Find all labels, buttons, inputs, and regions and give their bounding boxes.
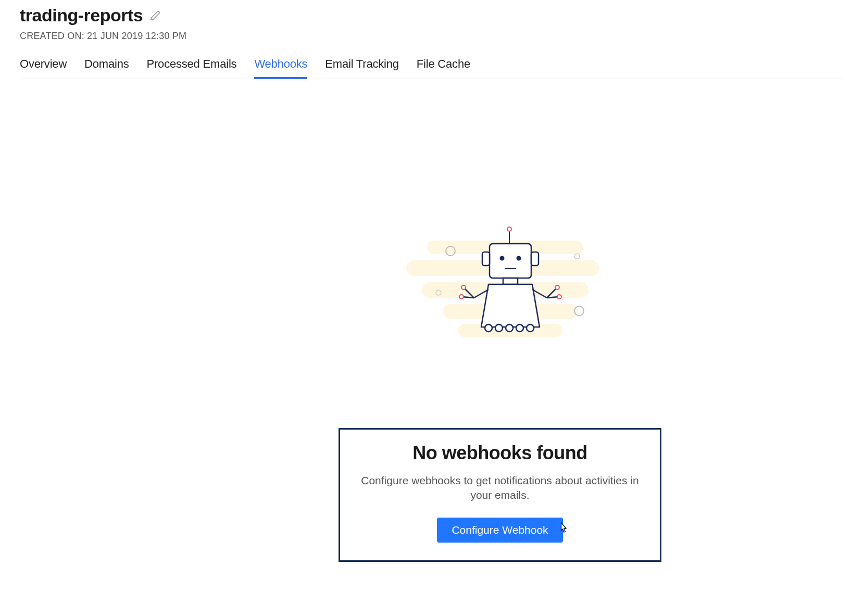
svg-point-6 xyxy=(574,254,580,259)
page-title: trading-reports xyxy=(20,5,143,26)
svg-rect-11 xyxy=(490,244,531,278)
edit-icon[interactable] xyxy=(150,10,160,21)
configure-webhook-button[interactable]: Configure Webhook xyxy=(437,518,562,543)
empty-state-callout: No webhooks found Configure webhooks to … xyxy=(339,428,661,562)
svg-point-20 xyxy=(506,324,513,332)
tab-overview[interactable]: Overview xyxy=(20,54,67,79)
tab-file-cache[interactable]: File Cache xyxy=(417,54,470,79)
title-row: trading-reports xyxy=(20,5,844,26)
created-on-label: CREATED ON: 21 JUN 2019 12:30 PM xyxy=(20,31,844,42)
tab-webhooks[interactable]: Webhooks xyxy=(254,54,307,79)
empty-state-description: Configure webhooks to get notifications … xyxy=(350,473,649,503)
svg-point-31 xyxy=(555,285,559,290)
svg-point-32 xyxy=(557,295,561,299)
empty-state-title: No webhooks found xyxy=(350,442,649,464)
svg-point-12 xyxy=(500,256,505,261)
svg-point-19 xyxy=(495,324,503,332)
page-header: trading-reports CREATED ON: 21 JUN 2019 … xyxy=(0,0,864,79)
content-area: No webhooks found Configure webhooks to … xyxy=(0,79,864,605)
svg-point-27 xyxy=(459,295,464,299)
svg-point-18 xyxy=(485,324,492,332)
svg-point-21 xyxy=(516,324,523,332)
svg-point-22 xyxy=(527,324,534,332)
svg-point-26 xyxy=(461,285,466,290)
svg-point-13 xyxy=(517,256,521,261)
svg-point-10 xyxy=(507,227,511,231)
robot-illustration xyxy=(396,220,615,350)
svg-rect-15 xyxy=(482,252,490,266)
tab-processed-emails[interactable]: Processed Emails xyxy=(147,54,237,79)
tabs-nav: Overview Domains Processed Emails Webhoo… xyxy=(20,54,844,79)
svg-rect-16 xyxy=(531,252,539,266)
tab-email-tracking[interactable]: Email Tracking xyxy=(325,54,398,79)
tab-domains[interactable]: Domains xyxy=(84,54,129,79)
svg-rect-17 xyxy=(503,278,518,284)
